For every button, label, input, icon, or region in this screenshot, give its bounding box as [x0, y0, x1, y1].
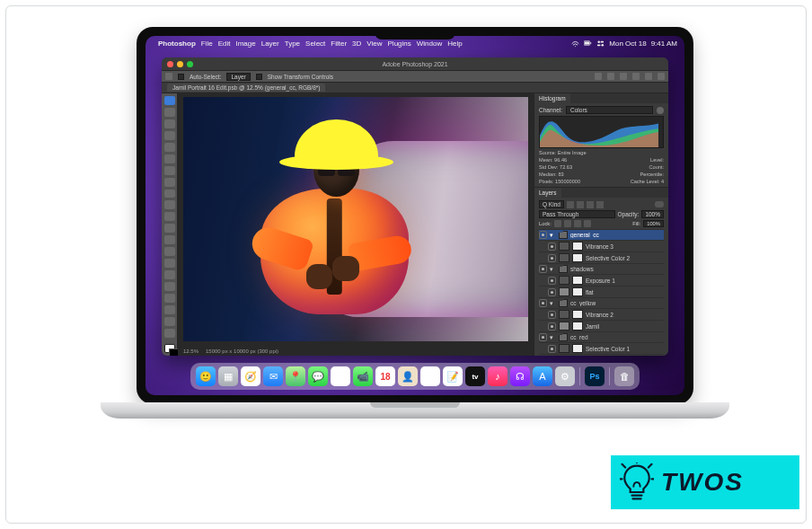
lock-all-icon[interactable] [584, 220, 591, 227]
lock-image-icon[interactable] [574, 220, 581, 227]
filter-icon[interactable] [596, 201, 604, 208]
mask-thumb[interactable] [572, 287, 583, 296]
distribute-icon[interactable] [632, 73, 640, 80]
layer-row[interactable]: Selective Color 1 [539, 342, 664, 354]
blur-tool[interactable] [164, 247, 175, 256]
filter-icon[interactable] [577, 201, 584, 208]
close-button[interactable] [167, 61, 173, 67]
battery-icon[interactable] [584, 40, 592, 48]
layer-tree[interactable]: ▾general_ccVibrance 3Selective Color 2▾s… [539, 229, 664, 356]
dock-photos-icon[interactable]: ✿ [331, 366, 350, 386]
mask-thumb[interactable] [572, 242, 583, 251]
layer-name[interactable]: flat [586, 289, 664, 295]
visibility-toggle[interactable] [548, 322, 556, 331]
menu-3d[interactable]: 3D [352, 40, 361, 48]
dock-mail-icon[interactable]: ✉ [263, 366, 283, 386]
visibility-toggle[interactable] [548, 277, 556, 285]
gradient-tool[interactable] [164, 235, 175, 244]
lasso-tool[interactable] [164, 119, 175, 128]
layer-row[interactable]: Exposure 1 [539, 274, 664, 286]
auto-select-checkbox[interactable] [178, 74, 184, 80]
dock-settings-icon[interactable]: ⚙ [555, 366, 575, 386]
layer-row[interactable]: ▾cc_red [539, 331, 664, 342]
menu-window[interactable]: Window [417, 40, 442, 48]
path-tool[interactable] [164, 294, 175, 303]
more-icon[interactable] [658, 73, 665, 80]
layer-name[interactable]: cc_yellow [570, 300, 664, 306]
history-brush-tool[interactable] [164, 212, 175, 221]
kind-filter[interactable]: Q Kind [539, 200, 564, 208]
dock-trash-icon[interactable]: 🗑 [614, 366, 634, 386]
menu-edit[interactable]: Edit [218, 40, 231, 48]
source-dropdown[interactable]: Entire Image [558, 150, 587, 155]
layer-row[interactable]: ▾general_cc [539, 229, 664, 240]
canvas-area[interactable]: 12.5% 15000 px x 10000 px (300 ppi) [178, 93, 534, 356]
visibility-toggle[interactable] [539, 333, 547, 341]
dock-appstore-icon[interactable]: A [533, 366, 552, 386]
zoom-tool[interactable] [164, 329, 175, 338]
align-icon[interactable] [595, 73, 602, 80]
dock-podcasts-icon[interactable]: ☊ [510, 366, 530, 386]
dock-photoshop-icon[interactable]: Ps [585, 366, 605, 386]
visibility-toggle[interactable] [548, 345, 556, 353]
distribute-icon[interactable] [645, 73, 652, 80]
histogram-tab[interactable]: Histogram [534, 93, 570, 103]
disclosure-icon[interactable]: ▾ [550, 266, 556, 273]
rectangle-tool[interactable] [164, 305, 175, 314]
mask-thumb[interactable] [572, 344, 583, 353]
layer-name[interactable]: Exposure 1 [586, 278, 664, 284]
layer-name[interactable]: cc_red [570, 334, 664, 340]
dock-safari-icon[interactable]: 🧭 [241, 366, 260, 386]
dock-finder-icon[interactable]: 🙂 [196, 366, 216, 386]
crop-tool[interactable] [164, 143, 175, 152]
layer-row[interactable]: Jamil [539, 320, 664, 331]
disclosure-icon[interactable]: ▾ [550, 334, 556, 341]
mask-thumb[interactable] [572, 310, 583, 319]
wifi-icon[interactable] [571, 40, 579, 48]
hand-tool[interactable] [164, 317, 175, 326]
opacity-field[interactable]: 100% [641, 210, 664, 218]
dock-messages-icon[interactable]: 💬 [308, 366, 328, 386]
healing-tool[interactable] [164, 178, 175, 187]
brush-tool[interactable] [164, 190, 175, 198]
eraser-tool[interactable] [164, 224, 175, 233]
visibility-toggle[interactable] [548, 288, 556, 296]
align-icon[interactable] [607, 73, 614, 80]
filter-icon[interactable] [567, 201, 574, 208]
dock-contacts-icon[interactable]: 👤 [398, 366, 418, 386]
visibility-toggle[interactable] [539, 299, 547, 307]
filter-icon[interactable] [587, 201, 594, 208]
menubar-time[interactable]: 9:41 AM [651, 40, 677, 48]
document-canvas[interactable] [183, 97, 528, 341]
layer-row[interactable]: Vibrance 2 [539, 308, 664, 320]
document-tab[interactable]: Jamil Portrait 16 Edit.psb @ 12.5% (gene… [167, 84, 325, 92]
lock-pixels-icon[interactable] [554, 220, 561, 227]
visibility-toggle[interactable] [539, 265, 547, 273]
layer-name[interactable]: Selective Color 2 [586, 255, 664, 261]
fg-bg-swatch[interactable] [164, 344, 175, 353]
photoshop-titlebar[interactable]: Adobe Photoshop 2021 [162, 57, 668, 70]
dodge-tool[interactable] [164, 259, 175, 268]
eyedropper-tool[interactable] [164, 166, 175, 175]
channel-dropdown[interactable]: Colors [566, 106, 653, 114]
dock-facetime-icon[interactable]: 📹 [353, 366, 373, 386]
zoom-button[interactable] [187, 61, 193, 67]
layer-name[interactable]: general_cc [570, 232, 664, 238]
layer-name[interactable]: Selective Color 1 [586, 346, 664, 352]
type-tool[interactable] [164, 282, 175, 291]
layers-tab[interactable]: Layers [534, 188, 561, 198]
visibility-toggle[interactable] [548, 242, 556, 251]
control-center-icon[interactable] [596, 40, 605, 48]
dock-calendar-icon[interactable]: 18 [375, 366, 395, 386]
menu-view[interactable]: View [366, 40, 382, 48]
refresh-icon[interactable] [657, 107, 664, 114]
layer-name[interactable]: Vibrance 2 [586, 312, 664, 318]
menu-select[interactable]: Select [305, 40, 325, 48]
move-tool[interactable] [164, 96, 175, 105]
fill-field[interactable]: 100% [643, 220, 664, 227]
layer-row[interactable]: Color Balance 1 [539, 354, 664, 356]
show-transform-checkbox[interactable] [256, 74, 262, 80]
zoom-readout[interactable]: 12.5% [183, 348, 199, 354]
menu-type[interactable]: Type [285, 40, 300, 48]
layer-row[interactable]: ▾shadows [539, 263, 664, 274]
